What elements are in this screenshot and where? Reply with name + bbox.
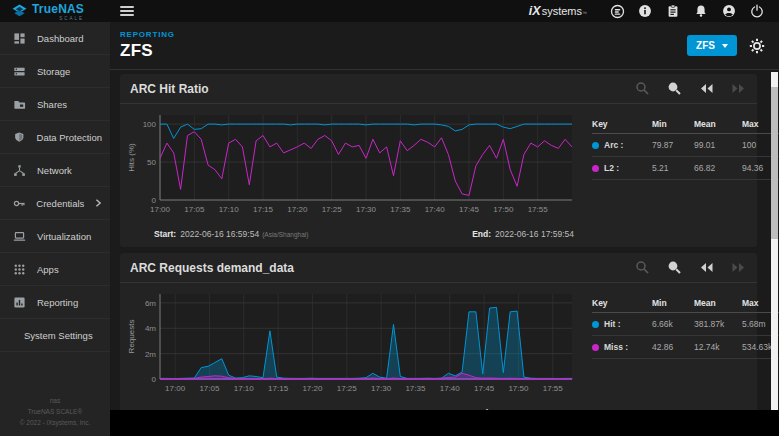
svg-text:2m: 2m xyxy=(145,350,156,359)
jobs-icon[interactable] xyxy=(661,1,685,21)
shares-folder-icon xyxy=(13,98,26,111)
main-area: REPORTING ZFS ZFS ARC Hit Ratio xyxy=(110,22,779,436)
sidebar-item-label: Storage xyxy=(37,66,70,77)
alerts-bell-icon[interactable] xyxy=(689,1,713,21)
chevron-right-icon xyxy=(95,198,102,208)
truecommand-icon[interactable] xyxy=(605,1,629,21)
breadcrumb[interactable]: REPORTING xyxy=(120,30,175,39)
svg-text:17:10: 17:10 xyxy=(234,384,255,393)
sidebar-item-apps[interactable]: Apps xyxy=(0,253,110,286)
report-select-button[interactable]: ZFS xyxy=(687,35,737,56)
shield-icon xyxy=(13,131,26,144)
svg-text:17:20: 17:20 xyxy=(287,205,308,214)
product-name: TrueNAS SCALE® xyxy=(0,406,110,417)
content-clip-strip xyxy=(110,410,779,436)
timezone: (Asia/Shanghai) xyxy=(262,231,308,238)
sidebar-item-dashboard[interactable]: Dashboard xyxy=(0,22,110,55)
truenas-logo-icon xyxy=(12,4,27,18)
brand-name: TrueNAS xyxy=(32,2,84,16)
svg-text:17:20: 17:20 xyxy=(302,384,323,393)
laptop-icon xyxy=(13,230,26,243)
legend-row-arc: Arc : xyxy=(592,134,652,157)
chart-legend: Key Min Mean Max Arc : 79.87 99.01 100 L… xyxy=(592,116,779,247)
legend-row-l2: L2 : xyxy=(592,157,652,180)
svg-text:17:30: 17:30 xyxy=(356,205,377,214)
sidebar-item-storage[interactable]: Storage xyxy=(0,55,110,88)
svg-text:100: 100 xyxy=(143,120,157,129)
svg-text:17:50: 17:50 xyxy=(493,205,514,214)
reports-config-gear-icon[interactable] xyxy=(749,38,765,54)
page-header: REPORTING ZFS ZFS xyxy=(110,22,779,70)
svg-text:17:00: 17:00 xyxy=(165,384,186,393)
sidebar-item-virtualization[interactable]: Virtualization xyxy=(0,220,110,253)
step-back-icon[interactable] xyxy=(697,80,715,98)
svg-text:17:25: 17:25 xyxy=(322,205,343,214)
svg-text:Hits (%): Hits (%) xyxy=(127,143,136,172)
sidebar-item-label: Dashboard xyxy=(37,33,83,44)
svg-text:17:10: 17:10 xyxy=(219,205,240,214)
account-icon[interactable] xyxy=(717,1,741,21)
svg-text:17:15: 17:15 xyxy=(268,384,289,393)
legend-row-miss: Miss : xyxy=(592,336,652,359)
sidebar-footer: nas TrueNAS SCALE® © 2022 - iXsystems, I… xyxy=(0,395,110,428)
step-forward-icon[interactable] xyxy=(729,259,747,277)
reports-scroll-area: ARC Hit Ratio 17:0017:0517:1017:1517:201… xyxy=(110,70,779,410)
chart-card-arc-requests-demand-data: ARC Requests demand_data 17:0017:0517:10… xyxy=(120,253,757,410)
svg-text:0: 0 xyxy=(152,375,157,384)
sidebar-item-shares[interactable]: Shares xyxy=(0,88,110,121)
arc-hit-ratio-plot[interactable]: 17:0017:0517:1017:1517:2017:2517:3017:35… xyxy=(124,108,580,224)
zoom-in-icon[interactable] xyxy=(665,259,683,277)
svg-text:17:30: 17:30 xyxy=(371,384,392,393)
time-range: Start: 2022-06-16 16:59:54 (Asia/Shangha… xyxy=(124,228,580,247)
ixsystems-logo: iXsystems™ xyxy=(529,4,587,18)
start-time: 2022-06-16 16:59:54 xyxy=(180,229,259,239)
step-forward-icon[interactable] xyxy=(729,80,747,98)
arc-requests-demand-data-plot[interactable]: 17:0017:0517:1017:1517:2017:2517:3017:35… xyxy=(124,287,580,403)
svg-text:17:40: 17:40 xyxy=(440,384,461,393)
svg-text:0: 0 xyxy=(152,196,157,205)
hostname: nas xyxy=(0,395,110,406)
truenas-logo[interactable]: TrueNAS SCALE xyxy=(0,0,110,22)
zoom-out-icon[interactable] xyxy=(633,259,651,277)
svg-text:17:25: 17:25 xyxy=(337,384,358,393)
sidebar-item-system-settings[interactable]: System Settings xyxy=(0,319,110,352)
power-icon[interactable] xyxy=(745,1,769,21)
reporting-chart-icon xyxy=(13,296,26,309)
sidebar-item-label: Reporting xyxy=(37,297,78,308)
sidebar: Dashboard Storage Shares Data Protection… xyxy=(0,22,110,436)
sidebar-item-data-protection[interactable]: Data Protection xyxy=(0,121,110,154)
zoom-out-icon[interactable] xyxy=(633,80,651,98)
sidebar-item-label: Virtualization xyxy=(37,231,91,242)
key-icon xyxy=(13,197,25,210)
menu-toggle-icon[interactable] xyxy=(120,4,134,18)
series-color-dot xyxy=(592,142,599,149)
chart-title: ARC Requests demand_data xyxy=(130,261,294,275)
truenas-app: TrueNAS SCALE iXsystems™ xyxy=(0,0,779,436)
chart-title: ARC Hit Ratio xyxy=(130,82,209,96)
info-icon[interactable] xyxy=(633,1,657,21)
svg-text:17:35: 17:35 xyxy=(405,384,426,393)
copyright: © 2022 - iXsystems, Inc. xyxy=(0,417,110,428)
scrollbar-track[interactable] xyxy=(771,72,778,410)
sidebar-item-credentials[interactable]: Credentials xyxy=(0,187,110,220)
sidebar-item-label: Apps xyxy=(37,264,59,275)
sidebar-item-reporting[interactable]: Reporting xyxy=(0,286,110,319)
chart-legend: Key Min Mean Max Hit : 6.66k 381.87k 5.6… xyxy=(592,295,779,410)
series-color-dot xyxy=(592,165,599,172)
sidebar-item-label: Credentials xyxy=(36,198,84,209)
svg-text:17:55: 17:55 xyxy=(543,384,564,393)
series-color-dot xyxy=(592,321,599,328)
scrollbar-thumb[interactable] xyxy=(771,87,778,239)
svg-text:17:35: 17:35 xyxy=(390,205,411,214)
svg-text:17:40: 17:40 xyxy=(425,205,446,214)
zoom-in-icon[interactable] xyxy=(665,80,683,98)
sidebar-item-network[interactable]: Network xyxy=(0,154,110,187)
chart-card-arc-hit-ratio: ARC Hit Ratio 17:0017:0517:1017:1517:201… xyxy=(120,74,757,247)
apps-grid-icon xyxy=(13,263,26,276)
svg-text:17:45: 17:45 xyxy=(459,205,480,214)
svg-text:4m: 4m xyxy=(145,324,156,333)
series-color-dot xyxy=(592,344,599,351)
sidebar-item-label: Shares xyxy=(37,99,67,110)
sidebar-item-label: System Settings xyxy=(24,330,93,341)
step-back-icon[interactable] xyxy=(697,259,715,277)
